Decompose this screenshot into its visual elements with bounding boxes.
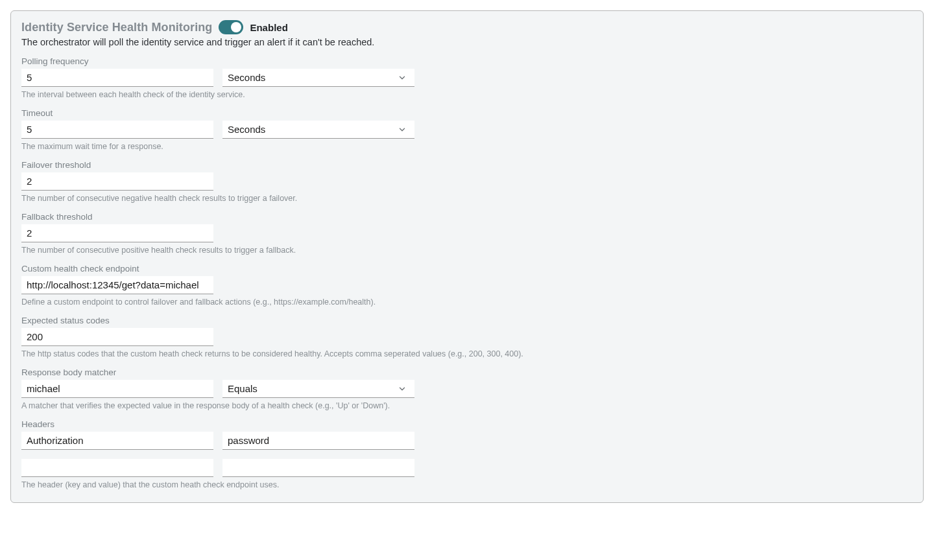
polling-frequency-field: Polling frequency Seconds The interval b… bbox=[21, 56, 913, 99]
custom-endpoint-label: Custom health check endpoint bbox=[21, 264, 913, 274]
timeout-label: Timeout bbox=[21, 108, 913, 118]
response-matcher-op-value: Equals bbox=[228, 383, 257, 394]
timeout-input[interactable] bbox=[21, 121, 213, 139]
toggle-state-label: Enabled bbox=[250, 22, 287, 33]
headers-help: The header (key and value) that the cust… bbox=[21, 480, 913, 489]
response-matcher-op-select[interactable]: Equals bbox=[222, 380, 414, 398]
header-value-input[interactable] bbox=[222, 459, 414, 477]
header-key-input[interactable] bbox=[21, 432, 213, 450]
failover-threshold-help: The number of consecutive negative healt… bbox=[21, 194, 913, 203]
status-codes-label: Expected status codes bbox=[21, 316, 913, 325]
response-matcher-field: Response body matcher Equals A matcher t… bbox=[21, 368, 913, 410]
timeout-field: Timeout Seconds The maximum wait time fo… bbox=[21, 108, 913, 151]
header-row bbox=[21, 459, 913, 477]
failover-threshold-input[interactable] bbox=[21, 172, 213, 191]
response-matcher-input[interactable] bbox=[21, 380, 213, 398]
response-matcher-label: Response body matcher bbox=[21, 368, 913, 377]
timeout-help: The maximum wait time for a response. bbox=[21, 142, 913, 151]
section-description: The orchestrator will poll the identity … bbox=[21, 37, 913, 47]
chevron-down-icon bbox=[398, 384, 407, 393]
toggle-knob bbox=[231, 22, 241, 32]
polling-frequency-unit-select[interactable]: Seconds bbox=[222, 69, 414, 87]
section-title: Identity Service Health Monitoring bbox=[21, 21, 212, 34]
section-header: Identity Service Health Monitoring Enabl… bbox=[21, 20, 913, 34]
timeout-unit-select[interactable]: Seconds bbox=[222, 121, 414, 139]
headers-label: Headers bbox=[21, 419, 913, 429]
custom-endpoint-input[interactable] bbox=[21, 276, 213, 294]
status-codes-field: Expected status codes The http status co… bbox=[21, 316, 913, 358]
response-matcher-help: A matcher that verifies the expected val… bbox=[21, 401, 913, 410]
fallback-threshold-help: The number of consecutive positive healt… bbox=[21, 246, 913, 255]
fallback-threshold-input[interactable] bbox=[21, 224, 213, 242]
custom-endpoint-help: Define a custom endpoint to control fail… bbox=[21, 298, 913, 307]
failover-threshold-label: Failover threshold bbox=[21, 160, 913, 170]
chevron-down-icon bbox=[398, 125, 407, 134]
status-codes-help: The http status codes that the custom he… bbox=[21, 349, 913, 358]
fallback-threshold-label: Fallback threshold bbox=[21, 212, 913, 222]
health-monitoring-card: Identity Service Health Monitoring Enabl… bbox=[10, 10, 924, 503]
polling-frequency-input[interactable] bbox=[21, 69, 213, 87]
polling-frequency-unit-value: Seconds bbox=[228, 72, 265, 83]
header-key-input[interactable] bbox=[21, 459, 213, 477]
header-row bbox=[21, 432, 913, 450]
failover-threshold-field: Failover threshold The number of consecu… bbox=[21, 160, 913, 203]
fallback-threshold-field: Fallback threshold The number of consecu… bbox=[21, 212, 913, 255]
polling-frequency-help: The interval between each health check o… bbox=[21, 90, 913, 99]
status-codes-input[interactable] bbox=[21, 328, 213, 346]
custom-endpoint-field: Custom health check endpoint Define a cu… bbox=[21, 264, 913, 307]
timeout-unit-value: Seconds bbox=[228, 124, 265, 135]
polling-frequency-label: Polling frequency bbox=[21, 56, 913, 66]
headers-field: Headers The header (key and value) that … bbox=[21, 419, 913, 489]
enabled-toggle[interactable] bbox=[219, 20, 243, 34]
chevron-down-icon bbox=[398, 73, 407, 82]
header-value-input[interactable] bbox=[222, 432, 414, 450]
